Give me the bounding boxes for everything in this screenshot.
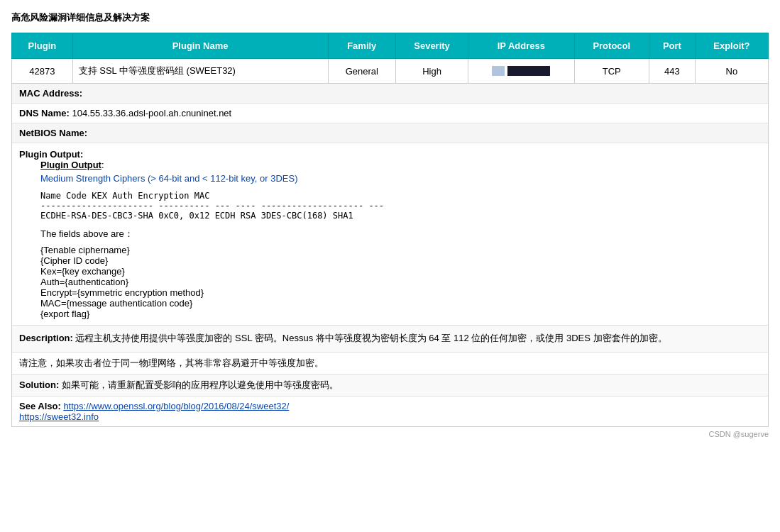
mac-row: MAC Address:: [12, 84, 768, 104]
ip-block-light: [492, 66, 505, 76]
dns-row: DNS Name: 104.55.33.36.adsl-pool.ah.cnun…: [12, 104, 768, 123]
plugin-output-header: Plugin Output:: [19, 149, 761, 160]
table-row: 42873 支持 SSL 中等强度密码组 (SWEET32) General H…: [12, 59, 769, 84]
col-header-plugin: Plugin: [12, 33, 73, 59]
description-label: Description:: [19, 333, 73, 343]
col-header-exploit: Exploit?: [695, 33, 768, 59]
cell-ip: [468, 59, 575, 84]
fields-label: The fields above are：: [40, 228, 761, 240]
see-also-label: See Also:: [19, 401, 61, 411]
code-divider: ---------------------- ---------- --- --…: [40, 201, 761, 211]
see-also-row: See Also: https://www.openssl.org/blog/b…: [12, 397, 768, 426]
field7: {export flag}: [40, 309, 761, 319]
col-header-family: Family: [328, 33, 396, 59]
cell-family: General: [328, 59, 396, 84]
cell-exploit: No: [695, 59, 768, 84]
ip-block-dark: [507, 66, 550, 76]
vulnerability-table: Plugin Plugin Name Family Severity IP Ad…: [11, 33, 769, 84]
col-header-ip: IP Address: [468, 33, 575, 59]
dns-value-text: 104.55.33.36.adsl-pool.ah.cnuninet.net: [72, 108, 231, 118]
cell-severity: High: [396, 59, 468, 84]
footer-note: CSDN @sugerve: [11, 430, 769, 438]
field2: {Cipher ID code}: [40, 255, 761, 266]
see-also-link1[interactable]: https://www.openssl.org/blog/blog/2016/0…: [63, 401, 289, 411]
col-header-severity: Severity: [396, 33, 468, 59]
plugin-output-inner-label: Plugin Output: [40, 160, 101, 170]
plugin-output-label: Plugin Output:: [19, 149, 83, 160]
solution-content: 如果可能，请重新配置受影响的应用程序以避免使用中等强度密码。: [62, 379, 339, 390]
notice-text: 请注意，如果攻击者位于同一物理网络，其将非常容易避开中等强度加密。: [19, 358, 324, 368]
netbios-row: NetBIOS Name:: [12, 123, 768, 143]
col-header-protocol: Protocol: [574, 33, 649, 59]
dns-label: DNS Name:: [19, 108, 70, 118]
plugin-output-line1: Medium Strength Ciphers (> 64-bit and < …: [40, 173, 761, 184]
cell-plugin: 42873: [12, 59, 73, 84]
solution-row: Solution: 如果可能，请重新配置受影响的应用程序以避免使用中等强度密码。: [12, 375, 768, 397]
field3: Kex={key exchange}: [40, 266, 761, 277]
field5: Encrypt={symmetric encryption method}: [40, 287, 761, 298]
page-title: 高危风险漏洞详细信息及解决方案: [11, 11, 769, 24]
cell-protocol: TCP: [574, 59, 649, 84]
code-section: Name Code KEX Auth Encryption MAC ------…: [40, 191, 761, 221]
field-list: {Tenable ciphername} {Cipher ID code} Ke…: [40, 245, 761, 319]
plugin-output-section: Plugin Output: Plugin Output: Medium Str…: [12, 143, 768, 326]
plugin-output-inner-label-line: Plugin Output:: [40, 160, 761, 170]
plugin-output-colon: :: [101, 160, 104, 170]
code-entry: ECDHE-RSA-DES-CBC3-SHA 0xC0, 0x12 ECDH R…: [40, 211, 761, 221]
description-row: Description: 远程主机支持使用提供中等强度加密的 SSL 密码。Ne…: [12, 326, 768, 353]
field1: {Tenable ciphername}: [40, 245, 761, 255]
see-also-link2[interactable]: https://sweet32.info: [19, 411, 99, 422]
mac-label: MAC Address:: [19, 88, 82, 99]
description-content: 远程主机支持使用提供中等强度加密的 SSL 密码。Nessus 将中等强度视为密…: [75, 333, 666, 343]
field6: MAC={message authentication code}: [40, 298, 761, 309]
col-header-plugin-name: Plugin Name: [72, 33, 328, 59]
code-header: Name Code KEX Auth Encryption MAC: [40, 191, 761, 201]
solution-label: Solution:: [19, 379, 59, 390]
netbios-label: NetBIOS Name:: [19, 128, 87, 138]
cell-port: 443: [649, 59, 695, 84]
detail-section: MAC Address: DNS Name: 104.55.33.36.adsl…: [11, 84, 769, 427]
cell-plugin-name: 支持 SSL 中等强度密码组 (SWEET32): [72, 59, 328, 84]
plugin-output-inner: Plugin Output: Medium Strength Ciphers (…: [19, 160, 761, 319]
notice-row: 请注意，如果攻击者位于同一物理网络，其将非常容易避开中等强度加密。: [12, 353, 768, 375]
field4: Auth={authentication}: [40, 277, 761, 287]
col-header-port: Port: [649, 33, 695, 59]
